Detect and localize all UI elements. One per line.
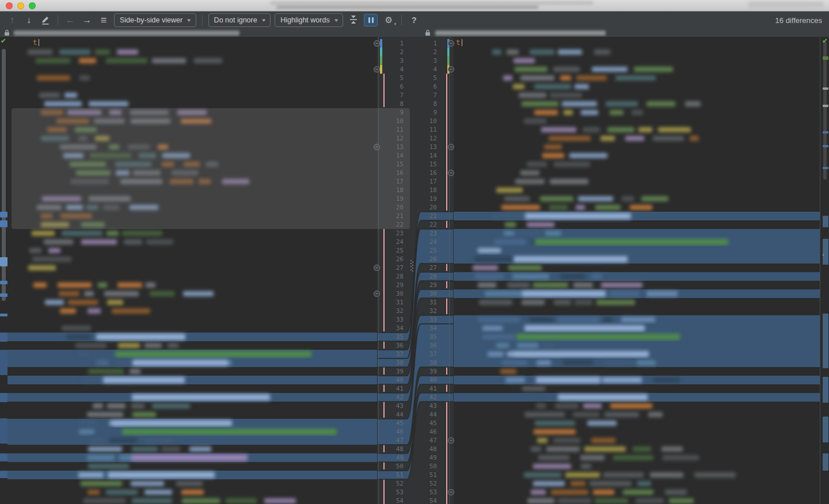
code-token-redacted [144,343,162,348]
line-number: 29 [417,281,437,289]
line-number: 24 [384,238,404,246]
previous-difference-button[interactable]: ↑ [6,16,18,25]
word-diff-highlight [535,239,728,245]
lock-icon [425,29,431,36]
line-number: 11 [417,125,437,134]
scrollbar-diff-marker [823,145,828,147]
highlight-mode-dropdown[interactable]: Highlight words ▾ [275,13,343,27]
line-number: 7 [417,91,437,100]
code-line [454,281,820,289]
back-button[interactable]: ← [64,16,77,25]
viewer-mode-dropdown[interactable]: Side-by-side viewer ▾ [114,13,196,27]
first-line-char: t [33,39,37,47]
fold-marker-icon[interactable]: − [448,437,454,444]
line-number: 28 [417,272,437,281]
word-diff-highlight [525,213,631,219]
code-line [454,238,820,246]
line-number: 15 [417,160,437,169]
line-number: 35 [384,333,404,341]
fold-marker-icon[interactable]: − [374,291,380,297]
edit-button[interactable] [39,14,52,26]
code-token-redacted [144,490,172,495]
code-token-redacted [264,498,296,503]
next-difference-button[interactable]: ↓ [22,16,35,25]
fold-marker-icon[interactable]: − [448,489,454,495]
pane-bar-icon [372,17,374,23]
code-line [7,39,377,48]
left-arrow-icon: ← [66,15,75,25]
code-token-redacted [663,455,699,460]
line-number: 47 [417,436,437,445]
code-line [454,39,820,48]
code-token-redacted [522,300,545,305]
code-token-redacted [507,282,530,288]
line-number: 25 [417,246,437,255]
gutter-modified-stripe [446,281,447,288]
code-line [454,471,820,479]
fold-marker-icon[interactable]: − [448,144,454,150]
code-token-redacted [610,403,652,408]
code-line [7,462,377,471]
code-line [7,100,377,108]
splitter-drag-handle[interactable] [410,269,412,270]
forward-button[interactable]: → [81,16,93,25]
splitter-drag-handle[interactable] [412,262,413,263]
line-number: 21 [417,212,437,220]
code-token-redacted [610,291,640,296]
fold-marker-icon[interactable]: − [448,40,454,47]
fold-marker-icon[interactable]: − [448,170,454,176]
code-token-redacted [587,421,617,426]
code-token-redacted [474,257,515,262]
fold-chevron-icon[interactable]: ‹ [822,251,824,258]
code-token-redacted [550,93,582,98]
line-number: 4 [384,65,404,74]
code-line [7,238,377,246]
code-line [454,384,820,393]
code-line [454,376,820,384]
line-number: 35 [417,333,437,341]
left-scroll-strip: ✔ [0,37,7,504]
scrollbar-diff-marker [823,216,828,227]
splitter-drag-handle[interactable] [410,260,412,261]
collapse-unchanged-button[interactable] [347,14,360,26]
fold-marker-icon[interactable]: − [374,265,380,271]
code-token-redacted [576,75,607,81]
fold-marker-icon[interactable]: − [374,40,380,47]
zoom-window-button[interactable] [29,2,36,9]
code-line [454,56,820,65]
gutter-modified-stripe [446,384,447,392]
scrollbar-diff-marker [0,314,7,316]
synchronize-scrolling-toggle[interactable] [364,14,378,26]
code-token-redacted [132,498,172,503]
code-token-redacted [79,429,94,434]
fold-marker-icon[interactable]: − [374,66,380,72]
menu-button[interactable]: ≡ [97,16,110,25]
code-token-redacted [473,265,498,270]
splitter-drag-handle[interactable] [412,268,413,269]
line-number: 51 [417,471,437,479]
code-line [454,169,820,177]
code-token-redacted [508,265,542,270]
window-title-redacted [271,1,593,5]
fold-marker-icon[interactable]: − [448,66,454,72]
settings-button[interactable]: ⚙ ▾ [382,15,396,25]
scrollbar-diff-marker [0,333,7,342]
code-token-redacted [514,58,535,63]
code-line [454,453,820,462]
splitter-drag-handle[interactable] [412,265,413,266]
code-line [454,134,820,143]
ignore-policy-dropdown[interactable]: Do not ignore ▾ [208,13,271,27]
word-diff-highlight [516,334,680,340]
code-token-redacted [67,334,90,339]
code-line [7,453,377,462]
code-token-redacted [522,101,558,106]
toolbar-divider [202,15,203,25]
pencil-icon [40,14,51,25]
minimize-window-button[interactable] [17,2,24,9]
code-line [7,497,377,504]
code-token-redacted [537,438,547,443]
close-window-button[interactable] [6,2,13,9]
right-scrollbar-thumb[interactable] [823,41,827,180]
code-token-redacted [62,231,102,236]
help-button[interactable]: ? [408,16,420,25]
